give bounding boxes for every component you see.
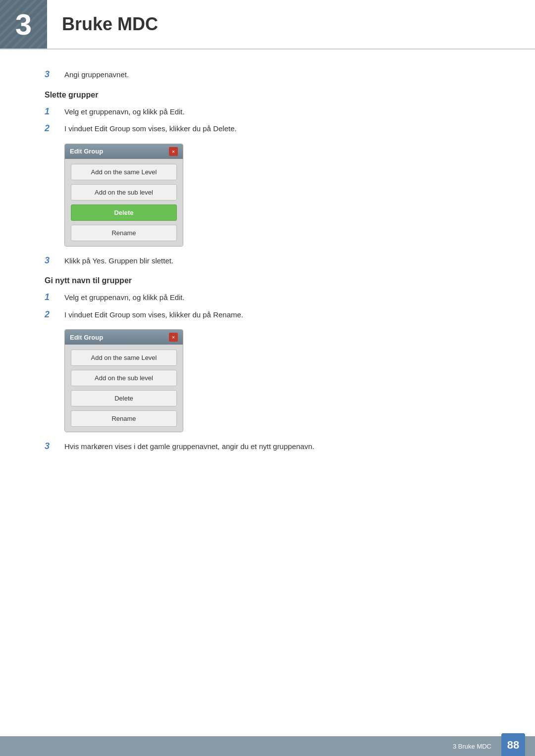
delete-step-1-text: Velg et gruppenavn, og klikk på Edit. (64, 106, 185, 118)
rename-step-3: 3 Hvis markøren vises i det gamle gruppe… (45, 441, 490, 453)
chapter-number-box: 3 (0, 0, 47, 49)
delete-step-1: 1 Velg et gruppenavn, og klikk på Edit. (45, 106, 490, 118)
dialog-rename-add-sub-level-button[interactable]: Add on the sub level (71, 370, 177, 386)
footer-chapter-text: 3 Bruke MDC (453, 743, 491, 750)
dialog-rename: Edit Group × Add on the same Level Add o… (64, 329, 183, 432)
dialog-rename-titlebar: Edit Group × (65, 330, 183, 345)
delete-step-1-number: 1 (45, 106, 64, 117)
dialog-delete-body: Add on the same Level Add on the sub lev… (65, 159, 183, 246)
main-content: 3 Angi gruppenavnet. Slette grupper 1 Ve… (0, 69, 535, 453)
rename-step-2-number: 2 (45, 309, 64, 320)
intro-step-3: 3 Angi gruppenavnet. (45, 69, 490, 81)
delete-step-3-text: Klikk på Yes. Gruppen blir slettet. (64, 255, 173, 267)
dialog-rename-close-button[interactable]: × (169, 333, 178, 342)
delete-step-2-number: 2 (45, 123, 64, 134)
dialog-delete-rename-button[interactable]: Rename (71, 225, 177, 241)
dialog-delete-close-button[interactable]: × (169, 147, 178, 156)
delete-step-2-text: I vinduet Edit Group som vises, klikker … (64, 123, 237, 135)
intro-step-number: 3 (45, 69, 64, 80)
rename-step-1-number: 1 (45, 292, 64, 302)
page-header: 3 Bruke MDC (0, 0, 535, 50)
rename-step-3-text: Hvis markøren vises i det gamle gruppena… (64, 441, 314, 453)
rename-step-1-text: Velg et gruppenavn, og klikk på Edit. (64, 292, 185, 303)
rename-step-1: 1 Velg et gruppenavn, og klikk på Edit. (45, 292, 490, 303)
section-delete-heading: Slette grupper (45, 91, 490, 100)
dialog-delete-wrapper: Edit Group × Add on the same Level Add o… (64, 144, 490, 247)
delete-step-3-number: 3 (45, 255, 64, 266)
rename-step-2-text: I vinduet Edit Group som vises, klikker … (64, 309, 243, 321)
dialog-delete-title: Edit Group (70, 148, 103, 155)
chapter-title: Bruke MDC (47, 0, 158, 49)
rename-step-2: 2 I vinduet Edit Group som vises, klikke… (45, 309, 490, 321)
dialog-delete-titlebar: Edit Group × (65, 144, 183, 159)
dialog-rename-title: Edit Group (70, 334, 103, 341)
dialog-rename-body: Add on the same Level Add on the sub lev… (65, 345, 183, 432)
footer-right: 3 Bruke MDC 88 (453, 733, 525, 756)
chapter-number: 3 (15, 7, 32, 42)
delete-step-3: 3 Klikk på Yes. Gruppen blir slettet. (45, 255, 490, 267)
intro-step-text: Angi gruppenavnet. (64, 69, 129, 81)
dialog-delete-add-sub-level-button[interactable]: Add on the sub level (71, 184, 177, 201)
page-footer: 3 Bruke MDC 88 (0, 736, 535, 756)
section-rename-heading: Gi nytt navn til grupper (45, 276, 490, 285)
delete-step-2: 2 I vinduet Edit Group som vises, klikke… (45, 123, 490, 135)
dialog-rename-rename-button[interactable]: Rename (71, 410, 177, 427)
dialog-rename-add-same-level-button[interactable]: Add on the same Level (71, 350, 177, 366)
dialog-delete-delete-button[interactable]: Delete (71, 204, 177, 221)
dialog-rename-wrapper: Edit Group × Add on the same Level Add o… (64, 329, 490, 432)
rename-step-3-number: 3 (45, 441, 64, 452)
dialog-rename-delete-button[interactable]: Delete (71, 390, 177, 406)
close-icon: × (172, 149, 175, 154)
dialog-delete-add-same-level-button[interactable]: Add on the same Level (71, 164, 177, 180)
footer-page-number: 88 (501, 733, 525, 756)
dialog-delete: Edit Group × Add on the same Level Add o… (64, 144, 183, 247)
close-icon: × (172, 334, 175, 340)
